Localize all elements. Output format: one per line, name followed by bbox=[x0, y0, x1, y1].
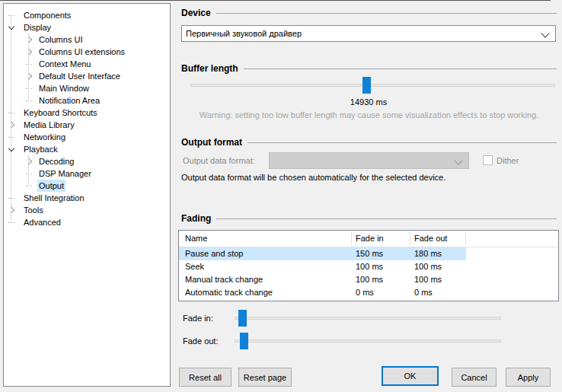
sidebar-item-label: Columns UI extensions bbox=[39, 46, 125, 58]
dither-label: Dither bbox=[497, 156, 519, 165]
section-rule bbox=[247, 142, 557, 143]
chevron-collapsed-icon[interactable] bbox=[8, 122, 14, 128]
buffer-length-slider[interactable] bbox=[190, 77, 555, 94]
slider-thumb[interactable] bbox=[362, 77, 371, 94]
slider-thumb[interactable] bbox=[238, 310, 247, 327]
table-row[interactable]: Automatic track change0 ms0 ms bbox=[179, 286, 558, 299]
chevron-expanded-icon[interactable] bbox=[8, 145, 14, 151]
chevron-collapsed-icon[interactable] bbox=[26, 73, 32, 79]
section-title-output-format: Output format bbox=[181, 137, 242, 148]
column-header-name[interactable]: Name bbox=[185, 231, 207, 247]
table-row[interactable]: Manual track change100 ms100 ms bbox=[179, 273, 558, 286]
fading-section-header: Fading bbox=[181, 212, 557, 224]
cancel-button[interactable]: Cancel bbox=[452, 368, 497, 387]
sidebar-item-label: DSP Manager bbox=[39, 167, 91, 180]
buffer-length-warning: Warning: setting too low buffer length m… bbox=[181, 110, 557, 120]
fading-table: Name Fade in Fade out Pause and stop150 … bbox=[178, 230, 559, 301]
slider-thumb[interactable] bbox=[240, 333, 248, 349]
sidebar-item-notification-area[interactable]: Notification Area bbox=[4, 94, 170, 107]
table-row[interactable]: Pause and stop150 ms180 ms bbox=[179, 247, 558, 260]
sidebar-item-decoding[interactable]: Decoding bbox=[4, 155, 170, 167]
table-cell: 100 ms bbox=[356, 273, 383, 286]
ok-button[interactable]: OK bbox=[382, 366, 439, 386]
chevron-collapsed-icon[interactable] bbox=[26, 49, 32, 55]
apply-button[interactable]: Apply bbox=[506, 368, 551, 387]
sidebar-item-label: Components bbox=[24, 9, 71, 21]
table-row[interactable]: Seek100 ms100 ms bbox=[179, 260, 558, 273]
table-cell: 100 ms bbox=[414, 273, 442, 286]
chevron-collapsed-icon[interactable] bbox=[26, 158, 32, 164]
sidebar-item-label: Decoding bbox=[39, 155, 74, 167]
column-separator bbox=[410, 232, 410, 245]
sidebar-item-label: Keyboard Shortcuts bbox=[24, 107, 97, 119]
sidebar-item-columns-ui-extensions[interactable]: Columns UI extensions bbox=[4, 46, 170, 58]
sidebar-item-columns-ui[interactable]: Columns UI bbox=[4, 33, 170, 46]
chevron-down-icon bbox=[454, 156, 462, 164]
sidebar-item-shell-integration[interactable]: Shell Integration bbox=[4, 192, 170, 204]
table-cell: 0 ms bbox=[356, 286, 374, 299]
sidebar-item-context-menu[interactable]: Context Menu bbox=[4, 58, 170, 70]
reset-page-label: Reset page bbox=[244, 373, 286, 382]
sidebar-item-label: Context Menu bbox=[39, 58, 91, 70]
slider-track[interactable] bbox=[190, 84, 555, 87]
table-cell: 0 ms bbox=[414, 286, 433, 299]
sidebar-item-default-user-interface[interactable]: Default User Interface bbox=[4, 70, 170, 82]
reset-all-button[interactable]: Reset all bbox=[179, 368, 232, 387]
cancel-label: Cancel bbox=[461, 373, 487, 382]
device-section-header: Device bbox=[181, 7, 557, 18]
fade-out-slider[interactable] bbox=[235, 333, 501, 349]
apply-label: Apply bbox=[518, 373, 539, 382]
fading-table-body: Pause and stop150 ms180 msSeek100 ms100 … bbox=[179, 247, 558, 299]
fade-in-slider[interactable] bbox=[235, 310, 501, 327]
output-data-format-label: Output data format: bbox=[183, 156, 255, 165]
column-header-fade-in[interactable]: Fade in bbox=[356, 231, 384, 247]
tree-connector bbox=[8, 222, 14, 223]
sidebar-item-dsp-manager[interactable]: DSP Manager bbox=[4, 167, 170, 180]
sidebar-item-advanced[interactable]: Advanced bbox=[4, 216, 170, 228]
chevron-expanded-icon[interactable] bbox=[8, 24, 14, 30]
reset-page-button[interactable]: Reset page bbox=[238, 368, 292, 387]
slider-track[interactable] bbox=[235, 339, 501, 343]
sidebar-item-tools[interactable]: Tools bbox=[4, 204, 170, 216]
ok-label: OK bbox=[404, 371, 417, 381]
output-format-note: Output data format will be chosen automa… bbox=[181, 173, 557, 182]
fade-in-label: Fade in: bbox=[183, 314, 213, 323]
sidebar-item-label: Playback bbox=[24, 143, 58, 155]
section-rule bbox=[244, 69, 557, 69]
tree-connector bbox=[8, 137, 14, 138]
reset-all-label: Reset all bbox=[189, 373, 222, 382]
table-cell: Pause and stop bbox=[185, 247, 243, 260]
device-select[interactable]: Первичный звуковой драйвер bbox=[181, 25, 556, 42]
table-cell: 100 ms bbox=[356, 260, 383, 273]
sidebar-item-media-library[interactable]: Media Library bbox=[4, 119, 170, 131]
fading-table-header: Name Fade in Fade out bbox=[179, 231, 558, 247]
tree-connector bbox=[26, 88, 32, 89]
tree-connector bbox=[8, 198, 14, 199]
tree-connector bbox=[26, 174, 32, 174]
sidebar-item-keyboard-shortcuts[interactable]: Keyboard Shortcuts bbox=[4, 107, 170, 119]
table-cell: Seek bbox=[185, 260, 204, 273]
sidebar-item-output[interactable]: Output bbox=[4, 180, 170, 192]
table-cell: 100 ms bbox=[414, 260, 442, 273]
sidebar-item-components[interactable]: Components bbox=[4, 9, 170, 21]
sidebar-item-networking[interactable]: Networking bbox=[4, 131, 170, 143]
tree-connector bbox=[8, 113, 14, 113]
window-top-edge bbox=[0, 0, 551, 1]
sidebar-item-label: Tools bbox=[24, 204, 43, 216]
tree-connector bbox=[26, 64, 32, 65]
sidebar-item-display[interactable]: Display bbox=[4, 21, 170, 33]
sidebar-item-playback[interactable]: Playback bbox=[4, 143, 170, 155]
slider-track[interactable] bbox=[235, 317, 501, 320]
column-header-fade-out[interactable]: Fade out bbox=[414, 231, 447, 247]
section-title-fading: Fading bbox=[181, 213, 211, 224]
tree-connector bbox=[26, 100, 32, 101]
table-cell: 180 ms bbox=[414, 247, 442, 260]
sidebar-item-main-window[interactable]: Main Window bbox=[4, 82, 170, 94]
sidebar-item-label: Main Window bbox=[39, 82, 89, 94]
tree-connector bbox=[8, 15, 14, 16]
device-select-value: Первичный звуковой драйвер bbox=[186, 29, 302, 38]
chevron-collapsed-icon[interactable] bbox=[26, 37, 32, 43]
column-separator bbox=[351, 232, 352, 245]
chevron-collapsed-icon[interactable] bbox=[8, 207, 14, 213]
tree-connector bbox=[26, 186, 32, 186]
